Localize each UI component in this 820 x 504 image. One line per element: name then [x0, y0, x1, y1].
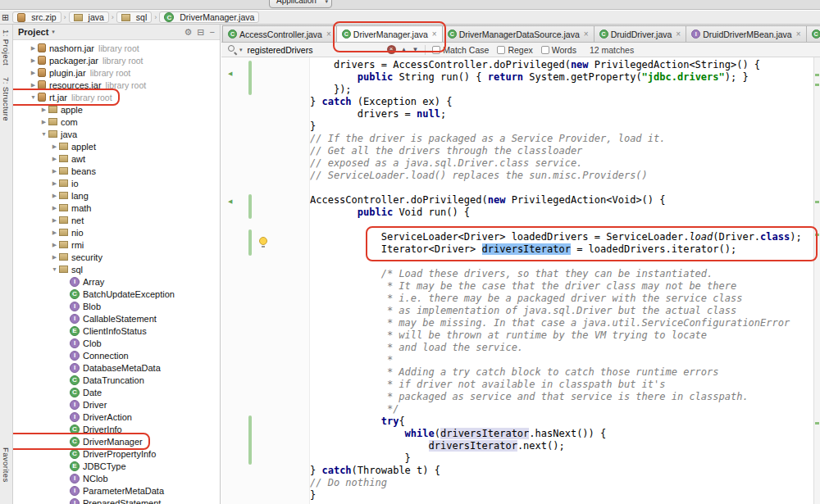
tree-item-nashorn-jar[interactable]: ▶nashorn.jarlibrary root: [13, 42, 139, 54]
code-line[interactable]: * if driver not available in classpath b…: [310, 379, 820, 391]
code-line[interactable]: * as implementation of java.sql.Driver b…: [310, 305, 820, 317]
tree-item-driver[interactable]: IDriver: [13, 398, 107, 411]
code-line[interactable]: * and load the service.: [310, 342, 820, 354]
code-line[interactable]: }: [310, 452, 820, 465]
tree-item-java[interactable]: ▼java: [13, 128, 77, 140]
code-line[interactable]: driversIterator.next();: [310, 440, 820, 452]
code-line[interactable]: public String run() { return System.getP…: [310, 71, 820, 84]
tree-item-callablestatement[interactable]: ICallableStatement: [13, 312, 157, 325]
code-line[interactable]: * i.e. there may be a packaged driver wi…: [310, 293, 820, 305]
chevron-right-icon[interactable]: ▶: [29, 82, 38, 89]
run-configuration-dropdown[interactable]: Application ▾: [269, 0, 332, 8]
chevron-down-icon[interactable]: ▼: [39, 131, 48, 137]
tree-item-jdbctype[interactable]: EJDBCType: [13, 460, 126, 472]
tree-item-drivermanager[interactable]: CDriverManager: [13, 435, 143, 447]
tab-druiddriver-java[interactable]: CDruidDriver.java×: [594, 25, 687, 42]
close-icon[interactable]: ×: [796, 30, 801, 39]
code-line[interactable]: *: [310, 354, 820, 366]
error-stripe[interactable]: [813, 57, 820, 504]
code-line[interactable]: // exposed as a java.sql.Driver.class se…: [310, 157, 820, 170]
settings-gear-icon[interactable]: ⚙: [184, 27, 192, 38]
code-line[interactable]: Iterator<Driver> driversIterator = loade…: [310, 243, 820, 256]
code-line[interactable]: * packaged as service and that service i…: [310, 391, 820, 403]
tree-item-connection[interactable]: IConnection: [13, 349, 129, 361]
code-line[interactable]: drivers = AccessController.doPrivileged(…: [310, 59, 820, 71]
tab-drivermanagerdatasource-java[interactable]: CDriverManagerDataSource.java×: [442, 25, 594, 42]
close-icon[interactable]: ×: [432, 30, 437, 39]
tree-item-rt-jar[interactable]: ▼rt.jarlibrary root: [13, 91, 112, 103]
chevron-right-icon[interactable]: ▶: [50, 143, 59, 150]
tree-item-driveraction[interactable]: IDriverAction: [13, 411, 132, 423]
tree-item-plugin-jar[interactable]: ▶plugin.jarlibrary root: [13, 66, 130, 79]
tree-item-clientinfostatus[interactable]: EClientInfoStatus: [13, 325, 147, 337]
code-line[interactable]: [310, 182, 820, 194]
tree-item-driverpropertyinfo[interactable]: CDriverPropertyInfo: [13, 447, 156, 460]
tree-item-parametermetadata[interactable]: IParameterMetaData: [13, 484, 164, 497]
tree-item-array[interactable]: IArray: [13, 275, 104, 288]
tree-item-clob[interactable]: IClob: [13, 337, 102, 349]
window-grid-icon[interactable]: ⊞: [2, 12, 9, 23]
code-line[interactable]: public Void run() {: [310, 207, 820, 219]
chevron-right-icon[interactable]: ▶: [29, 57, 38, 64]
checkbox[interactable]: [497, 46, 505, 54]
breadcrumb-item[interactable]: src.zip: [12, 11, 61, 23]
tree-item-net[interactable]: ▶net: [13, 214, 84, 226]
tab-accesscontroller-java[interactable]: CAccessController.java×: [222, 25, 337, 42]
code-line[interactable]: while(driversIterator.hasNext()) {: [310, 428, 820, 440]
chevron-right-icon[interactable]: ▶: [50, 180, 59, 187]
chevron-right-icon[interactable]: ▶: [50, 193, 59, 199]
project-panel-title[interactable]: Project: [18, 27, 48, 37]
code-line[interactable]: * may be missing. In that case a java.ut…: [310, 317, 820, 329]
code-line[interactable]: });: [310, 84, 820, 96]
code-line[interactable]: // ServiceLoader.load() replaces the sun…: [310, 170, 820, 182]
tab-filterman[interactable]: CFilterMan: [806, 25, 820, 42]
tree-item-apple[interactable]: ▶apple: [13, 103, 83, 116]
search-icon[interactable]: [228, 45, 237, 54]
chevron-right-icon[interactable]: ▶: [39, 107, 48, 113]
code-line[interactable]: [310, 256, 820, 268]
tree-item-date[interactable]: CDate: [13, 386, 102, 398]
code-line[interactable]: // Do nothing: [310, 477, 820, 489]
close-icon[interactable]: ×: [584, 30, 589, 39]
code-line[interactable]: try{: [310, 415, 820, 428]
tool-button-project[interactable]: 1: Project: [2, 30, 11, 66]
close-icon[interactable]: ×: [326, 30, 331, 39]
chevron-down-icon[interactable]: ▾: [52, 29, 55, 35]
code-line[interactable]: ServiceLoader<Driver> loadedDrivers = Se…: [310, 231, 820, 243]
code-line[interactable]: // Get all the drivers through the class…: [310, 145, 820, 157]
tree-item-batchupdateexception[interactable]: CBatchUpdateException: [13, 288, 175, 300]
tree-item-lang[interactable]: ▶lang: [13, 189, 89, 202]
tree-item-resources-jar[interactable]: ▶resources.jarlibrary root: [13, 79, 146, 91]
code-line[interactable]: * It may be the case that the driver cla…: [310, 280, 820, 293]
breadcrumb-item[interactable]: sql: [116, 11, 152, 23]
clear-search-icon[interactable]: ×: [387, 45, 396, 54]
option-match-case[interactable]: Match Case: [432, 45, 489, 55]
chevron-right-icon[interactable]: ▶: [50, 217, 59, 224]
tree-item-databasemetadata[interactable]: IDatabaseMetaData: [13, 361, 161, 374]
next-match-icon[interactable]: ▼: [412, 46, 418, 53]
chevron-right-icon[interactable]: ▶: [39, 119, 48, 125]
collapse-all-icon[interactable]: ⊟: [197, 27, 204, 38]
tree-item-blob[interactable]: IBlob: [13, 300, 101, 312]
tree-item-packager-jar[interactable]: ▶packager.jarlibrary root: [13, 54, 144, 66]
tree-item-beans[interactable]: ▶beans: [13, 165, 96, 177]
code-line[interactable]: // If the driver is packaged as a Servic…: [310, 133, 820, 145]
chevron-down-icon[interactable]: ▼: [29, 94, 38, 100]
code-line[interactable]: /* Load these drivers, so that they can …: [310, 268, 820, 280]
previous-match-icon[interactable]: ▲: [401, 46, 408, 53]
breadcrumb-item[interactable]: java: [69, 11, 109, 23]
tree-item-io[interactable]: ▶io: [13, 177, 79, 189]
option-regex[interactable]: Regex: [497, 45, 532, 55]
tree-item-nio[interactable]: ▶nio: [13, 226, 84, 238]
code-line[interactable]: */: [310, 403, 820, 415]
search-input[interactable]: registeredDrivers: [248, 45, 371, 55]
code-line[interactable]: * will be thrown at runtime by the VM tr…: [310, 329, 820, 342]
chevron-right-icon[interactable]: ▶: [50, 168, 59, 175]
code-area[interactable]: drivers = AccessController.doPrivileged(…: [310, 57, 820, 504]
tree-item-preparedstatement[interactable]: IPreparedStatement: [13, 497, 161, 504]
code-line[interactable]: * Adding a try catch block to catch thos…: [310, 366, 820, 379]
tree-item-security[interactable]: ▶security: [13, 251, 102, 263]
tree-item-math[interactable]: ▶math: [13, 202, 91, 214]
tool-button-favorites[interactable]: Favorites: [2, 447, 11, 483]
intention-lightbulb-icon[interactable]: [259, 237, 267, 245]
